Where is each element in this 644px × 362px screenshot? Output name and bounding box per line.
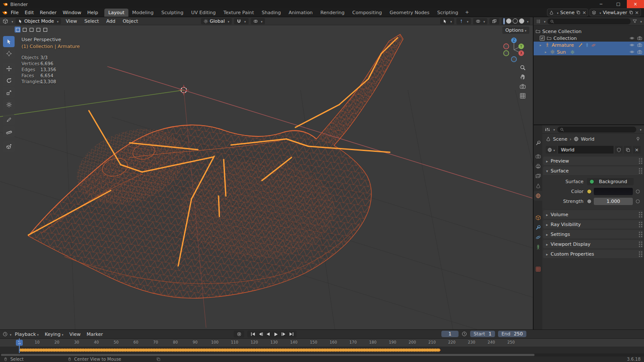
timeline-menu-marker[interactable]: Marker — [84, 331, 106, 338]
viewlayer-selector[interactable]: ViewLayer × — [589, 9, 641, 16]
panel-grip-icon[interactable] — [639, 253, 640, 255]
select-mode-new[interactable] — [15, 27, 21, 33]
shading-wireframe-button[interactable] — [503, 18, 505, 24]
panel-grip-icon[interactable] — [639, 170, 640, 172]
tool-scale[interactable] — [3, 87, 15, 98]
close-button[interactable]: × — [627, 0, 644, 8]
menu-edit[interactable]: Edit — [21, 9, 36, 16]
tab-scene[interactable] — [534, 181, 542, 191]
properties-editor-icon[interactable] — [545, 127, 550, 132]
viewport-options-button[interactable]: Options — [502, 27, 529, 34]
frame-start-field[interactable]: Start 1 — [470, 331, 495, 337]
timeline-editor-chevron-icon[interactable] — [9, 332, 12, 337]
animate-strength-icon[interactable] — [636, 199, 640, 203]
collection-checkbox[interactable]: ✓ — [540, 36, 545, 41]
collection-hide-icon[interactable] — [629, 36, 635, 41]
workspace-tab-texture-paint[interactable]: Texture Paint — [220, 9, 258, 17]
navigation-gizmo[interactable]: Z Y X — [499, 35, 529, 65]
maximize-button[interactable]: □ — [610, 0, 627, 8]
overlays-toggle[interactable] — [473, 18, 488, 24]
select-mode-subtract[interactable] — [28, 27, 34, 33]
timeline-menu-playback[interactable]: Playback — [12, 331, 42, 338]
breadcrumb-world[interactable]: World — [581, 136, 595, 142]
viewport-menu-view[interactable]: View — [63, 18, 79, 24]
expand-arrow-icon[interactable]: ▸ — [545, 50, 548, 54]
surface-type-button[interactable]: Background — [587, 178, 634, 185]
panel-custom-properties[interactable]: Custom Properties — [543, 250, 643, 258]
shading-chevron-icon[interactable] — [526, 18, 529, 24]
tool-transform[interactable] — [3, 99, 15, 110]
tab-output[interactable] — [534, 161, 542, 171]
panel-grip-icon[interactable] — [639, 214, 640, 215]
workspace-tab-scripting[interactable]: Scripting — [433, 9, 462, 17]
timeline-track[interactable]: ◆◆◆◆◆◆◆◆◆◆◆◆◆◆◆◆◆◆◆◆◆◆◆◆◆◆◆◆◆◆◆◆◆◆◆◆◆◆◆◆… — [0, 347, 644, 353]
fake-user-button[interactable] — [615, 146, 623, 154]
tab-view-layer[interactable] — [534, 171, 542, 181]
panel-grip-icon[interactable] — [639, 160, 640, 162]
tool-select-box[interactable] — [3, 36, 15, 47]
tool-move[interactable] — [3, 63, 15, 74]
new-viewlayer-icon[interactable] — [629, 10, 633, 15]
panel-settings[interactable]: Settings — [543, 230, 643, 238]
workspace-tab-sculpting[interactable]: Sculpting — [158, 9, 187, 17]
current-frame-field[interactable]: 1 — [441, 331, 459, 337]
menu-render[interactable]: Render — [37, 9, 60, 16]
gizmo-z-neg-axis[interactable] — [511, 57, 516, 62]
tab-render[interactable] — [534, 151, 542, 161]
tab-constraints[interactable] — [534, 223, 542, 232]
tool-measure[interactable] — [3, 126, 15, 137]
blender-menu-icon[interactable] — [2, 9, 8, 15]
breadcrumb-scene[interactable]: Scene — [553, 136, 568, 142]
tab-object[interactable] — [534, 213, 542, 223]
workspace-tab-layout[interactable]: Layout — [104, 9, 128, 17]
object-visibility-dropdown[interactable] — [440, 18, 455, 24]
workspace-tab-geometry-nodes[interactable]: Geometry Nodes — [386, 9, 433, 17]
pan-button[interactable] — [519, 74, 526, 80]
editor-type-icon[interactable] — [3, 18, 8, 24]
gizmo-y-neg-axis[interactable] — [504, 51, 509, 56]
outliner-editor-chevron-icon[interactable] — [543, 18, 546, 24]
play-button[interactable] — [273, 332, 279, 337]
outliner-search-input[interactable] — [547, 18, 631, 24]
tool-rotate[interactable] — [3, 75, 15, 86]
duplicate-datablock-button[interactable] — [624, 146, 632, 154]
tool-add-cube[interactable] — [3, 141, 15, 152]
panel-surface[interactable]: Surface — [543, 166, 643, 175]
armature-render-icon[interactable] — [637, 42, 642, 48]
menu-window[interactable]: Window — [60, 9, 84, 16]
timeline-menu-view[interactable]: View — [67, 331, 83, 338]
prev-keyframe-button[interactable] — [257, 332, 264, 337]
jump-to-start-button[interactable] — [249, 332, 256, 337]
sun-hide-icon[interactable] — [629, 49, 635, 54]
scene-selector[interactable]: Scene × — [547, 9, 588, 16]
gizmos-toggle[interactable] — [456, 18, 471, 24]
minimize-button[interactable]: − — [592, 0, 610, 8]
outliner-options-chevron-icon[interactable] — [639, 18, 642, 24]
panel-ray-visibility[interactable]: Ray Visibility — [543, 220, 643, 229]
workspace-tab-compositing[interactable]: Compositing — [349, 9, 386, 17]
viewport-menu-object[interactable]: Object — [120, 18, 141, 24]
tab-object-data[interactable] — [534, 242, 542, 252]
viewport-menu-add[interactable]: Add — [103, 18, 118, 24]
use-preview-range-icon[interactable] — [462, 331, 467, 337]
pin-icon[interactable] — [635, 136, 641, 142]
tab-physics[interactable] — [534, 232, 542, 242]
outliner-filter-button[interactable] — [632, 19, 637, 24]
snap-toggle[interactable] — [234, 18, 249, 24]
next-keyframe-button[interactable] — [280, 332, 287, 337]
new-scene-icon[interactable] — [576, 10, 580, 15]
unlink-datablock-button[interactable]: × — [633, 146, 641, 154]
add-workspace-button[interactable]: + — [462, 9, 472, 17]
properties-editor-chevron-icon[interactable] — [552, 127, 555, 132]
menu-help[interactable]: Help — [84, 9, 101, 16]
mode-dropdown[interactable]: Object Mode — [15, 18, 61, 24]
timeline-menu-keying[interactable]: Keying — [42, 331, 66, 338]
camera-view-button[interactable] — [519, 83, 526, 90]
outliner-row-sun[interactable]: ▸ Sun — [534, 48, 644, 55]
workspace-tab-animation[interactable]: Animation — [285, 9, 316, 17]
remove-viewlayer-icon[interactable]: × — [635, 10, 639, 15]
browse-world-button[interactable] — [546, 146, 557, 154]
timeline-ruler-ticks[interactable]: 1 10203040506070809010011012013014015016… — [0, 339, 644, 347]
properties-search-input[interactable] — [557, 127, 637, 133]
outliner-row-scene-collection[interactable]: Scene Collection — [534, 28, 644, 35]
